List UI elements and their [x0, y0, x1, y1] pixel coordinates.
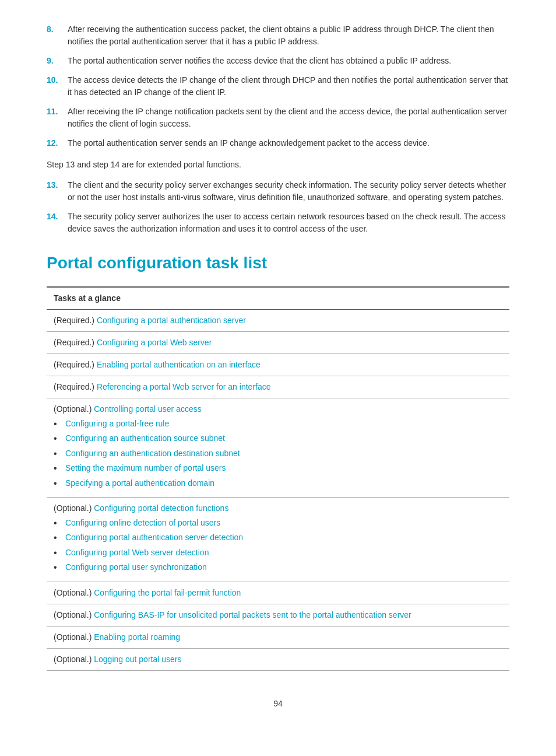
bullet-dot: • — [54, 477, 63, 490]
list-content: The portal authentication server sends a… — [68, 137, 509, 149]
bullet-link[interactable]: Configuring portal user synchronization — [65, 561, 207, 573]
table-cell: (Optional.) Configuring the portal fail-… — [47, 582, 509, 604]
row-prefix: (Optional.) — [54, 632, 94, 642]
table-cell: (Required.) Enabling portal authenticati… — [47, 354, 509, 376]
bullet-dot: • — [54, 462, 63, 475]
list-content: The access device detects the IP change … — [68, 74, 509, 99]
table-header-cell: Tasks at a glance — [47, 287, 509, 310]
list-content: After receiving the IP change notificati… — [68, 106, 509, 130]
row-link[interactable]: Configuring a portal authentication serv… — [97, 316, 246, 325]
list-number: 9. — [47, 55, 68, 67]
numbered-list-first: 8.After receiving the authentication suc… — [47, 23, 509, 149]
table-row: (Required.) Configuring a portal authent… — [47, 310, 509, 332]
list-number: 10. — [47, 74, 68, 99]
step-note: Step 13 and step 14 are for extended por… — [47, 159, 509, 171]
bullet-item: •Configuring portal user synchronization — [54, 561, 502, 574]
list-number: 12. — [47, 137, 68, 149]
bullet-dot: • — [54, 432, 63, 445]
table-row: (Required.) Configuring a portal Web ser… — [47, 332, 509, 354]
bullet-item: •Configuring an authentication source su… — [54, 432, 502, 445]
bullet-dot: • — [54, 547, 63, 559]
list-item: 11.After receiving the IP change notific… — [47, 106, 509, 130]
table-cell: (Optional.) Enabling portal roaming — [47, 626, 509, 648]
table-row: (Optional.) Logging out portal users — [47, 648, 509, 670]
list-number: 14. — [47, 211, 68, 235]
section-title: Portal configuration task list — [47, 254, 509, 272]
row-link[interactable]: Referencing a portal Web server for an i… — [97, 382, 271, 391]
list-number: 11. — [47, 106, 68, 130]
list-number: 8. — [47, 23, 68, 48]
list-item: 9.The portal authentication server notif… — [47, 55, 509, 67]
row-prefix: (Required.) — [54, 316, 97, 325]
list-content: The portal authentication server notifie… — [68, 55, 509, 67]
row-link[interactable]: Enabling portal authentication on an int… — [97, 360, 261, 369]
bullet-link[interactable]: Setting the maximum number of portal use… — [65, 462, 226, 474]
row-prefix: (Required.) — [54, 382, 97, 391]
table-cell: (Required.) Referencing a portal Web ser… — [47, 376, 509, 398]
table-row: (Required.) Referencing a portal Web ser… — [47, 376, 509, 398]
bullet-link[interactable]: Configuring an authentication destinatio… — [65, 447, 240, 460]
row-prefix: (Optional.) — [54, 503, 94, 513]
list-content: The client and the security policy serve… — [68, 179, 509, 204]
table-cell: (Optional.) Configuring BAS-IP for unsol… — [47, 604, 509, 626]
list-item: 12.The portal authentication server send… — [47, 137, 509, 149]
list-content: After receiving the authentication succe… — [68, 23, 509, 48]
list-item: 14.The security policy server authorizes… — [47, 211, 509, 235]
bullet-link[interactable]: Configuring a portal-free rule — [65, 418, 169, 430]
bullet-dot: • — [54, 561, 63, 574]
task-table: Tasks at a glance(Required.) Configuring… — [47, 286, 509, 671]
bullet-list: •Configuring online detection of portal … — [54, 517, 502, 575]
bullet-item: •Specifying a portal authentication doma… — [54, 477, 502, 490]
bullet-item: •Configuring a portal-free rule — [54, 418, 502, 430]
row-prefix: (Optional.) — [54, 588, 94, 597]
table-row: (Optional.) Configuring the portal fail-… — [47, 582, 509, 604]
row-prefix: (Required.) — [54, 338, 97, 347]
bullet-link[interactable]: Configuring portal Web server detection — [65, 547, 209, 559]
table-row: (Optional.) Configuring portal detection… — [47, 497, 509, 582]
list-number: 13. — [47, 179, 68, 204]
bullet-link[interactable]: Configuring portal authentication server… — [65, 531, 243, 544]
row-link[interactable]: Configuring portal detection functions — [94, 503, 228, 513]
bullet-dot: • — [54, 447, 63, 460]
row-prefix: (Optional.) — [54, 654, 94, 664]
list-item: 10.The access device detects the IP chan… — [47, 74, 509, 99]
list-item: 13.The client and the security policy se… — [47, 179, 509, 204]
table-cell: (Required.) Configuring a portal authent… — [47, 310, 509, 332]
bullet-item: •Configuring online detection of portal … — [54, 517, 502, 530]
bullet-dot: • — [54, 418, 63, 430]
bullet-link[interactable]: Specifying a portal authentication domai… — [65, 477, 214, 489]
table-cell: (Required.) Configuring a portal Web ser… — [47, 332, 509, 354]
bullet-item: •Setting the maximum number of portal us… — [54, 462, 502, 475]
row-link[interactable]: Enabling portal roaming — [94, 632, 180, 642]
table-header-row: Tasks at a glance — [47, 287, 509, 310]
bullet-list: •Configuring a portal-free rule•Configur… — [54, 418, 502, 490]
table-cell: (Optional.) Logging out portal users — [47, 648, 509, 670]
bullet-item: •Configuring portal authentication serve… — [54, 531, 502, 544]
row-prefix: (Optional.) — [54, 404, 94, 414]
bullet-dot: • — [54, 531, 63, 544]
numbered-list-second: 13.The client and the security policy se… — [47, 179, 509, 235]
table-cell: (Optional.) Configuring portal detection… — [47, 497, 509, 582]
table-row: (Optional.) Enabling portal roaming — [47, 626, 509, 648]
bullet-item: •Configuring portal Web server detection — [54, 547, 502, 559]
row-prefix: (Required.) — [54, 360, 97, 369]
list-item: 8.After receiving the authentication suc… — [47, 23, 509, 48]
bullet-link[interactable]: Configuring online detection of portal u… — [65, 517, 220, 529]
bullet-link[interactable]: Configuring an authentication source sub… — [65, 432, 225, 444]
bullet-dot: • — [54, 517, 63, 530]
table-row: (Optional.) Configuring BAS-IP for unsol… — [47, 604, 509, 626]
list-content: The security policy server authorizes th… — [68, 211, 509, 235]
row-link[interactable]: Controlling portal user access — [94, 404, 201, 414]
table-row: (Required.) Enabling portal authenticati… — [47, 354, 509, 376]
row-link[interactable]: Configuring the portal fail-permit funct… — [94, 588, 241, 597]
row-link[interactable]: Logging out portal users — [94, 654, 181, 664]
row-link[interactable]: Configuring BAS-IP for unsolicited porta… — [94, 610, 411, 620]
row-prefix: (Optional.) — [54, 610, 94, 620]
table-cell: (Optional.) Controlling portal user acce… — [47, 398, 509, 498]
row-link[interactable]: Configuring a portal Web server — [97, 338, 212, 347]
table-row: (Optional.) Controlling portal user acce… — [47, 398, 509, 498]
page-number: 94 — [47, 699, 509, 708]
bullet-item: •Configuring an authentication destinati… — [54, 447, 502, 460]
